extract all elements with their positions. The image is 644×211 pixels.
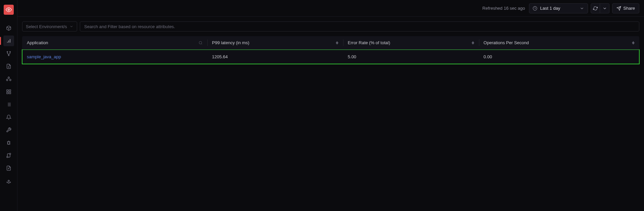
column-header-ops[interactable]: Operations Per Second [479, 36, 639, 50]
refreshed-text: Refreshed 16 sec ago [482, 6, 525, 11]
cube-icon [6, 25, 11, 31]
environment-placeholder: Select Environment/s [26, 24, 67, 29]
nav-item-logs[interactable] [3, 61, 14, 72]
nav-item-messaging[interactable] [3, 99, 14, 110]
error-rate-cell: 5.00 [343, 50, 479, 64]
svg-point-19 [9, 153, 11, 154]
branch-icon [6, 51, 11, 56]
nav-item-errors[interactable] [3, 137, 14, 148]
column-header-p99[interactable]: P99 latency (in ms) [207, 36, 343, 50]
file-icon [6, 165, 11, 171]
chevron-down-icon [580, 6, 584, 11]
hexagons-icon [6, 76, 11, 82]
column-label: Error Rate (% of total) [348, 40, 390, 45]
nav-item-settings[interactable] [3, 175, 14, 186]
nav-item-traces[interactable] [3, 48, 14, 59]
search-icon[interactable] [199, 41, 203, 45]
column-label: Operations Per Second [484, 40, 529, 45]
svg-marker-31 [632, 43, 635, 45]
filters-row: Select Environment/s [17, 17, 644, 36]
nav-item-exceptions[interactable] [3, 125, 14, 135]
column-header-application[interactable]: Application [22, 36, 207, 50]
svg-rect-9 [7, 92, 8, 94]
nav-item-dashboards[interactable] [3, 86, 14, 97]
ops-cell: 0.00 [479, 50, 639, 64]
clock-icon [533, 6, 537, 11]
main-content: Refreshed 16 sec ago Last 1 day Share Se… [17, 0, 644, 211]
column-label: Application [27, 40, 48, 45]
chevron-down-icon [69, 24, 73, 28]
bug-icon [6, 140, 11, 145]
svg-point-4 [7, 51, 8, 52]
topbar: Refreshed 16 sec ago Last 1 day Share [17, 0, 644, 17]
svg-rect-7 [7, 90, 8, 91]
nav-item-alerts[interactable] [3, 112, 14, 123]
environment-select[interactable]: Select Environment/s [22, 21, 77, 31]
nav-item-infrastructure[interactable] [3, 74, 14, 84]
table-container: Application P99 latency (in ms) [17, 36, 644, 64]
svg-marker-27 [336, 43, 338, 45]
svg-rect-17 [8, 141, 9, 144]
refresh-button-group [591, 3, 609, 13]
bell-icon [6, 115, 11, 120]
list-icon [6, 102, 11, 107]
sidebar [0, 0, 17, 211]
refresh-button[interactable] [591, 3, 600, 13]
time-range-selector[interactable]: Last 1 day [529, 3, 588, 13]
sort-icon[interactable] [336, 41, 338, 45]
eye-icon [6, 7, 12, 13]
svg-point-5 [9, 51, 10, 52]
sort-icon[interactable] [472, 41, 474, 45]
grid-icon [6, 89, 11, 94]
table-row[interactable]: sample_java_app 1205.64 5.00 0.00 [22, 50, 639, 64]
chevron-down-icon [602, 6, 607, 11]
svg-point-6 [8, 55, 9, 56]
nav-item-billing[interactable] [3, 163, 14, 173]
send-icon [616, 6, 621, 11]
sort-icon[interactable] [632, 41, 635, 45]
time-range-label: Last 1 day [540, 6, 577, 11]
refresh-dropdown-button[interactable] [600, 3, 609, 13]
svg-point-20 [8, 180, 9, 182]
svg-marker-29 [472, 43, 474, 45]
application-link[interactable]: sample_java_app [27, 54, 61, 59]
svg-line-25 [201, 44, 202, 44]
route-icon [6, 153, 11, 158]
svg-point-18 [7, 156, 8, 158]
search-input[interactable] [80, 21, 639, 31]
column-header-error-rate[interactable]: Error Rate (% of total) [343, 36, 479, 50]
share-button[interactable]: Share [612, 3, 639, 13]
nav-item-metrics[interactable] [3, 36, 14, 46]
logs-icon [6, 64, 11, 69]
column-label: P99 latency (in ms) [212, 40, 249, 45]
logo[interactable] [4, 5, 14, 15]
wrench-icon [6, 127, 11, 133]
svg-point-0 [8, 9, 9, 11]
applications-table: Application P99 latency (in ms) [22, 36, 639, 64]
svg-rect-8 [9, 90, 11, 91]
refresh-icon [593, 6, 598, 11]
nav-item-home[interactable] [3, 23, 14, 33]
bar-chart-icon [6, 38, 11, 44]
p99-cell: 1205.64 [207, 50, 343, 64]
nav-item-services[interactable] [3, 150, 14, 161]
svg-point-24 [199, 41, 202, 44]
gear-icon [6, 178, 11, 184]
share-label: Share [623, 6, 635, 11]
svg-rect-10 [9, 92, 11, 94]
